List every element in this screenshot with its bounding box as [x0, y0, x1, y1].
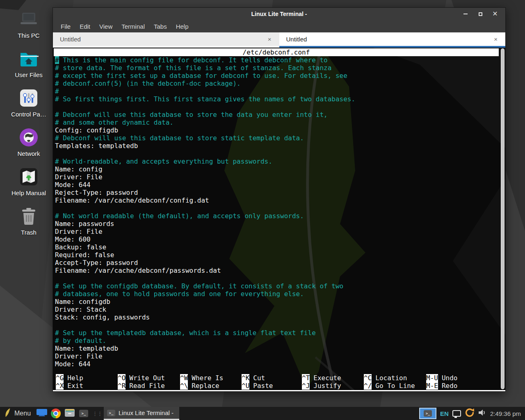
shortcut-column: ^OWrite Out^RRead File	[118, 374, 180, 390]
tab-untitled-1[interactable]: Untitled ×	[53, 32, 279, 48]
editor-line: # store data. The format of this file is…	[55, 64, 505, 72]
shortcut-key: ^R	[118, 382, 126, 390]
desktop-display-icon	[37, 409, 47, 418]
tray-terminal-indicator[interactable]: >_	[419, 408, 436, 419]
shortcut-column: M-UUndoM-ERedo	[426, 374, 500, 390]
terminal-icon: >_	[79, 410, 88, 417]
shortcut-undo: M-UUndo	[426, 374, 500, 382]
editor-line: Required: false	[55, 251, 505, 259]
shortcut-key: ^C	[364, 374, 372, 382]
terminal-icon: >_	[107, 410, 115, 416]
file-manager-button[interactable]	[63, 407, 77, 420]
editor-line: Mode: 644	[55, 181, 505, 189]
shortcut-key: ^G	[56, 374, 64, 382]
desktop-icon-trash[interactable]: Trash	[6, 206, 52, 236]
editor-line: # Debconf will use this database to stor…	[55, 111, 505, 119]
menu-item-tabs[interactable]: Tabs	[154, 23, 167, 30]
editor-line	[55, 103, 505, 111]
editor-line: # So first things first. This first stan…	[55, 95, 505, 103]
editor-line: Mode: 644	[55, 360, 505, 368]
editor-line: # except the first sets up a database fo…	[55, 72, 505, 80]
menu-bar: FileEditViewTerminalTabsHelp	[53, 20, 505, 32]
editor-line: Accept-Type: password	[55, 259, 505, 267]
tab-close-icon[interactable]: ×	[267, 36, 272, 43]
window-titlebar[interactable]: Linux Lite Terminal - ✕	[53, 8, 505, 20]
volume-icon[interactable]	[478, 409, 486, 418]
menu-item-file[interactable]: File	[61, 23, 71, 30]
shortcut-redo: M-ERedo	[426, 382, 500, 390]
editor-line: Stack: config, passwords	[55, 313, 505, 321]
shortcut-label: Location	[375, 374, 407, 382]
editor-line: #	[55, 87, 505, 95]
editor-line: # This is the main config file for debco…	[55, 56, 505, 64]
editor-line: Name: templatedb	[55, 345, 505, 352]
shortcut-where-is: ^WWhere Is	[180, 374, 242, 382]
taskbar-window-button[interactable]: >_ Linux Lite Terminal -	[104, 407, 179, 420]
editor-line: Driver: File	[55, 173, 505, 181]
editor-line: # databases, one to hold passwords and o…	[55, 290, 505, 298]
scrollbar-thumb[interactable]	[501, 48, 504, 389]
shortcut-column: ^CLocation^/Go To Line	[364, 374, 426, 390]
terminal-icon: >_	[424, 410, 432, 417]
maximize-button[interactable]	[476, 9, 485, 18]
close-button[interactable]: ✕	[491, 9, 500, 18]
desktop-icon-user-files[interactable]: User Files	[6, 48, 52, 78]
editor-line	[55, 321, 505, 329]
nano-file-path: /etc/debconf.conf	[54, 48, 499, 56]
keyboard-layout-indicator[interactable]: EN	[440, 410, 449, 417]
editor-line	[55, 204, 505, 212]
minimize-button[interactable]	[461, 9, 470, 18]
computer-icon	[18, 9, 39, 30]
menu-item-terminal[interactable]: Terminal	[121, 23, 145, 30]
editor-line: Driver: File	[55, 228, 505, 235]
shortcut-label: Execute	[313, 374, 341, 382]
editor-line: Config: configdb	[55, 126, 505, 134]
editor-lines[interactable]: # This is the main config file for debco…	[53, 56, 505, 368]
shortcut-key: ^\	[180, 382, 188, 390]
shortcut-column: ^GHelp^XExit	[56, 374, 118, 390]
desktop-icon-label: This PC	[18, 32, 39, 39]
desktop-icon-help-manual[interactable]: Help Manual	[6, 167, 52, 196]
terminal-launcher-button[interactable]: >_	[77, 407, 91, 420]
shortcut-read-file: ^RRead File	[118, 382, 180, 390]
sliders-icon	[18, 88, 39, 108]
editor-line: Templates: templatedb	[55, 142, 505, 150]
shortcut-key: ^/	[364, 382, 372, 390]
clock[interactable]: 2:49:36 pm	[490, 410, 521, 417]
terminal-viewport[interactable]: GNU nano 7.2 /etc/debconf.conf # This is…	[53, 48, 505, 391]
tab-close-icon[interactable]: ×	[493, 36, 498, 43]
shortcut-go-to-line: ^/Go To Line	[364, 382, 426, 390]
editor-line: # World-readable, and accepts everything…	[55, 158, 505, 165]
menu-button-label: Menu	[14, 410, 31, 417]
shortcut-label: Redo	[442, 382, 458, 390]
panel-separator-handle[interactable]: ⋮⋮	[91, 411, 104, 417]
shortcut-key: ^K	[242, 374, 249, 382]
terminal-window: Linux Lite Terminal - ✕ FileEditViewTerm…	[52, 7, 506, 392]
desktop-icon-control-panel[interactable]: Control Pa…	[6, 88, 52, 118]
desktop-icon-network[interactable]: Network	[6, 127, 52, 157]
display-tray-icon[interactable]	[452, 410, 461, 417]
editor-line	[55, 274, 505, 282]
menu-item-help[interactable]: Help	[176, 23, 189, 30]
show-desktop-button[interactable]	[35, 407, 49, 420]
scrollbar[interactable]	[501, 48, 504, 389]
desktop-icon-this-pc[interactable]: This PC	[6, 9, 52, 39]
tab-untitled-2[interactable]: Untitled ×	[279, 32, 506, 48]
globe-icon	[18, 127, 39, 148]
shortcut-execute: ^TExecute	[302, 374, 364, 382]
shortcut-location: ^CLocation	[364, 374, 426, 382]
chrome-browser-button[interactable]	[49, 407, 63, 420]
trash-icon	[18, 206, 39, 226]
editor-line: Reject-Type: password	[55, 189, 505, 196]
shortcut-label: Exit	[67, 382, 83, 390]
menu-item-edit[interactable]: Edit	[80, 23, 90, 30]
shortcut-paste: ^UPaste	[242, 382, 302, 390]
shortcut-label: Undo	[442, 374, 458, 382]
menu-button[interactable]: Menu	[0, 407, 35, 420]
shortcut-label: Read File	[129, 382, 165, 390]
editor-line: # Debconf will use this database to stor…	[55, 134, 505, 142]
menu-item-view[interactable]: View	[99, 23, 112, 30]
desktop: This PC User Files Control Pa… Network H…	[0, 0, 525, 420]
update-notifier-icon[interactable]	[465, 408, 475, 419]
editor-line: Name: passwords	[55, 220, 505, 228]
